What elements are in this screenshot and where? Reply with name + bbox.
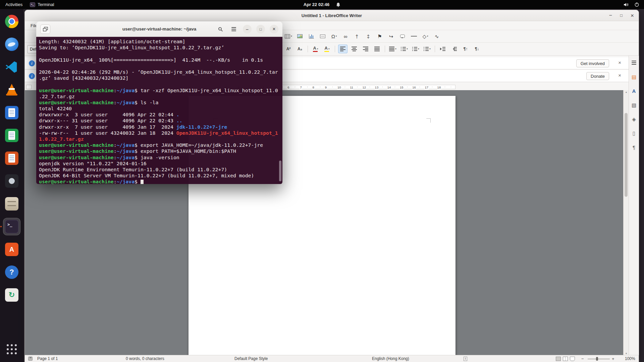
terminal-header-bar[interactable]: user@user-virtual-machine: ~/java − □ ×	[36, 21, 282, 37]
scroll-up-icon[interactable]: ▲	[624, 91, 629, 93]
terminal-output[interactable]: Length: 43240032 (41M) [application/octe…	[36, 37, 282, 184]
writer-title-bar[interactable]: Untitled 1 - LibreOffice Writer − □ ×	[25, 10, 639, 21]
dock-item-libreoffice-impress[interactable]	[3, 149, 20, 167]
page-style[interactable]: Default Page Style	[234, 356, 268, 361]
freeform-line-icon[interactable]: ∿	[432, 32, 441, 41]
zoom-slider-track[interactable]	[588, 359, 610, 359]
word-count[interactable]: 0 words, 0 characters	[126, 356, 164, 361]
search-button[interactable]	[216, 25, 225, 34]
volume-icon[interactable]	[624, 2, 629, 7]
terminal-line: user@user-virtual-machine:~/java$ ls -la	[39, 100, 280, 106]
dock-item-media-app[interactable]	[3, 172, 20, 190]
dock-item-ubuntu-software[interactable]: A	[3, 241, 20, 258]
selection-mode-icon[interactable]: I	[464, 357, 467, 361]
terminal-minimize-button[interactable]: −	[243, 25, 252, 34]
sidebar-tab-styles[interactable]: A	[630, 87, 638, 95]
insert-chart-icon[interactable]	[307, 32, 316, 41]
zoom-slider-thumb[interactable]	[596, 357, 598, 361]
power-icon[interactable]	[634, 2, 639, 7]
subscript-icon[interactable]: A₂	[295, 45, 305, 53]
writer-maximize-button[interactable]: □	[620, 13, 623, 17]
dock-item-terminal[interactable]: >_	[3, 218, 20, 235]
font-color-icon[interactable]: A▾	[311, 45, 320, 53]
insert-comment-icon[interactable]	[398, 32, 407, 41]
dock-item-chrome[interactable]	[3, 13, 20, 30]
new-tab-button[interactable]	[40, 24, 50, 34]
ubuntu-software-icon: A	[5, 243, 18, 256]
clock-menu[interactable]: Apr 22 02:46	[304, 0, 340, 9]
page-count[interactable]: Page 1 of 1	[37, 356, 58, 361]
dock-item-vscode[interactable]	[3, 58, 20, 76]
sidebar-tab-style-inspector[interactable]: ¶	[630, 143, 638, 151]
vertical-scrollbar[interactable]: ▲ ▼	[623, 90, 629, 355]
donate-button[interactable]: Donate	[586, 72, 609, 80]
zoom-out-button[interactable]: −	[581, 356, 584, 361]
decrease-paragraph-spacing-icon[interactable]: ¶↓	[472, 45, 482, 53]
infobar-close-icon[interactable]: ×	[618, 73, 621, 78]
scroll-down-icon[interactable]: ▼	[624, 352, 629, 355]
terminal-maximize-button[interactable]: □	[256, 25, 265, 34]
activities-button[interactable]: Activities	[5, 2, 22, 7]
dock-item-software-updater[interactable]: ↻	[3, 286, 20, 304]
show-applications-button[interactable]	[3, 341, 20, 358]
sidebar-tab-sidebar-settings[interactable]	[630, 59, 638, 67]
sidebar-tab-gallery[interactable]: ▧	[630, 101, 638, 109]
dock-item-help[interactable]: ?	[3, 263, 20, 281]
focused-app-menu[interactable]: >_ Terminal	[30, 2, 54, 7]
unordered-list-icon[interactable]: ▾	[399, 45, 409, 53]
align-center-icon[interactable]	[350, 45, 359, 53]
basic-shapes-icon[interactable]: ◇▾	[421, 32, 430, 41]
terminal-text: :	[114, 155, 117, 160]
align-left-icon[interactable]	[338, 45, 347, 53]
save-status-icon[interactable]	[28, 357, 33, 361]
dock-item-libreoffice-calc[interactable]	[3, 127, 20, 144]
multi-page-view-button[interactable]	[563, 357, 568, 361]
insert-endnote-icon[interactable]: ‡	[364, 32, 373, 41]
terminal-close-button[interactable]: ×	[270, 25, 278, 34]
terminal-text: 2026-04-22 02:44:26 (292 MB/s) - ‘OpenJD…	[39, 69, 278, 75]
insert-special-character-icon[interactable]: Ω▾	[329, 32, 339, 41]
book-view-button[interactable]	[570, 357, 575, 361]
insert-bookmark-icon[interactable]: ⚑	[375, 32, 384, 41]
tab-stop-selector[interactable]	[26, 85, 32, 89]
align-justify-icon[interactable]	[372, 45, 382, 53]
align-right-icon[interactable]	[361, 45, 370, 53]
infobar-close-icon[interactable]: ×	[618, 60, 621, 65]
insert-table-icon[interactable]: ▾	[284, 32, 293, 41]
scrollbar-thumb[interactable]	[625, 113, 628, 197]
increase-paragraph-spacing-icon[interactable]: ¶↑	[461, 45, 470, 53]
get-involved-button[interactable]: Get involved	[576, 59, 609, 67]
insert-horizontal-line-icon[interactable]	[409, 32, 419, 41]
paragraph-style-combobox[interactable]: Def	[28, 45, 37, 53]
terminal-text: OpenJDK11U-jre_x64_ 100%[===============…	[39, 57, 263, 63]
ordered-list-icon[interactable]: ▾	[411, 45, 420, 53]
text-language[interactable]: English (Hong Kong)	[372, 356, 409, 361]
menu-button[interactable]	[229, 25, 238, 34]
insert-footnote-icon[interactable]: †	[352, 32, 362, 41]
highlighting-color-icon[interactable]: A▾	[322, 45, 332, 53]
terminal-line: user@user-virtual-machine:~/java$	[39, 179, 280, 184]
zoom-in-button[interactable]: +	[612, 356, 614, 361]
zoom-level[interactable]: 100%	[625, 356, 635, 361]
dock-item-vlc[interactable]	[3, 81, 20, 99]
notification-bell-icon	[336, 2, 340, 7]
line-spacing-icon[interactable]: ▾	[388, 45, 397, 53]
increase-indent-icon[interactable]	[438, 45, 447, 53]
decrease-indent-icon[interactable]	[449, 45, 459, 53]
insert-hyperlink-icon[interactable]: ∞	[341, 32, 350, 41]
superscript-icon[interactable]: A²	[284, 45, 293, 53]
sidebar-tab-page[interactable]: ▯	[630, 129, 638, 137]
insert-image-icon[interactable]	[295, 32, 305, 41]
insert-cross-reference-icon[interactable]: ↪	[386, 32, 396, 41]
dock-item-files[interactable]	[3, 195, 20, 213]
outline-format-icon[interactable]: ▾	[422, 45, 432, 53]
insert-text-box-icon[interactable]	[318, 32, 327, 41]
single-page-view-button[interactable]	[556, 357, 561, 361]
dock-item-libreoffice-writer[interactable]	[3, 104, 20, 121]
sidebar-tab-properties[interactable]: ▤	[630, 73, 638, 81]
writer-minimize-button[interactable]: −	[609, 13, 612, 18]
dock-item-thunderbird[interactable]	[3, 36, 20, 53]
sidebar-tab-navigator[interactable]: ◈	[630, 115, 638, 123]
terminal-scrollbar[interactable]	[279, 161, 281, 181]
writer-close-button[interactable]: ×	[631, 13, 634, 18]
